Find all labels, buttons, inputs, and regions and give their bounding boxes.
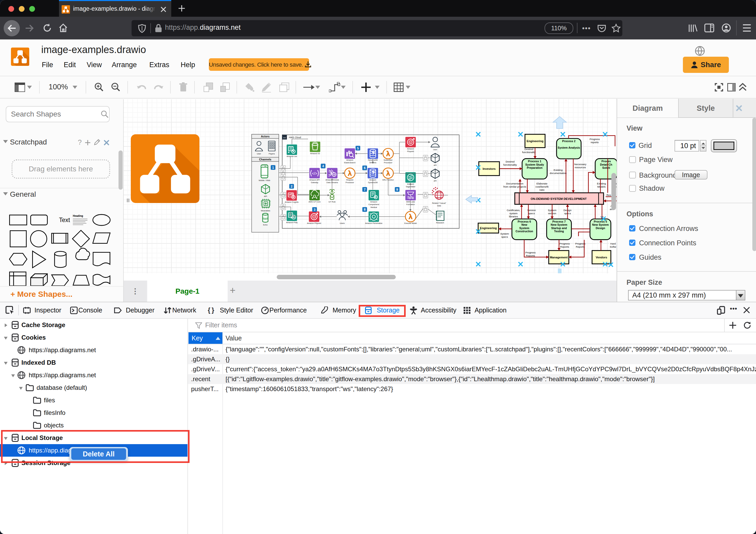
svg-text:Process 7: Process 7 bbox=[553, 220, 566, 223]
svg-text:specs: specs bbox=[501, 236, 508, 238]
svg-text:Medical: Medical bbox=[370, 206, 377, 209]
svg-text:6: 6 bbox=[364, 166, 366, 170]
svg-text:System Study: System Study bbox=[525, 163, 544, 166]
svg-text:Process 6: Process 6 bbox=[518, 220, 531, 223]
svg-text:aws: aws bbox=[283, 137, 286, 138]
svg-text:specs: specs bbox=[528, 212, 535, 215]
svg-text:System Analysis: System Analysis bbox=[557, 146, 580, 149]
svg-text:8: 8 bbox=[364, 208, 366, 211]
svg-text:Soluti: Soluti bbox=[602, 166, 610, 169]
svg-text:AWS Cloud: AWS Cloud bbox=[289, 136, 301, 139]
svg-text:Amazon S3: Amazon S3 bbox=[310, 152, 320, 155]
svg-text:Amazon Cognito: Amazon Cognito bbox=[285, 201, 299, 203]
svg-text:2: 2 bbox=[291, 185, 293, 188]
svg-text:Reports: Reports bbox=[576, 245, 585, 248]
svg-text:Channels: Channels bbox=[259, 158, 272, 161]
svg-text:</>: </> bbox=[312, 171, 317, 176]
svg-text:Desired: Desired bbox=[525, 148, 533, 151]
svg-text:Proces: Proces bbox=[602, 160, 611, 163]
svg-text:from similar projects: from similar projects bbox=[503, 185, 526, 188]
svg-text:Processor: Processor bbox=[346, 181, 354, 184]
svg-text:Existing: Existing bbox=[554, 169, 563, 171]
svg-text:SageMaker: SageMaker bbox=[406, 185, 415, 188]
svg-text:API: API bbox=[434, 164, 437, 166]
svg-text:Payers: Payers bbox=[269, 153, 275, 155]
svg-text:ElasticSearch: ElasticSearch bbox=[344, 161, 356, 164]
svg-text:Related "Casual": Related "Casual" bbox=[432, 202, 446, 204]
svg-text:Data Streams: Data Streams bbox=[327, 181, 338, 184]
svg-text:User: User bbox=[257, 153, 261, 155]
svg-text:1: 1 bbox=[272, 166, 274, 170]
svg-text:Execute Model: Execute Model bbox=[404, 222, 417, 224]
svg-text:Necessary: Necessary bbox=[574, 163, 586, 166]
svg-text:λ: λ bbox=[348, 169, 352, 177]
svg-text:Certificates,: Certificates, bbox=[507, 209, 520, 211]
svg-text:Subscriber: Subscriber bbox=[384, 159, 393, 161]
svg-text:Amazon: Amazon bbox=[407, 148, 414, 150]
svg-text:Research: Research bbox=[436, 222, 444, 224]
svg-text:Process 2: Process 2 bbox=[562, 139, 575, 143]
svg-text:9: 9 bbox=[396, 188, 398, 191]
svg-text:Hard: Hard bbox=[610, 242, 615, 245]
svg-text:API: API bbox=[264, 195, 267, 198]
svg-text:Testing: Testing bbox=[554, 230, 564, 233]
svg-text:System: System bbox=[500, 232, 509, 235]
svg-text:Existing: Existing bbox=[597, 182, 606, 185]
svg-text:Comprehend: Comprehend bbox=[368, 203, 379, 206]
svg-text:Startup and: Startup and bbox=[551, 227, 567, 230]
svg-text:Echo: Echo bbox=[263, 224, 268, 226]
svg-text:AWS Lake: AWS Lake bbox=[406, 201, 415, 203]
svg-text:User: User bbox=[433, 148, 437, 151]
svg-text:4: 4 bbox=[322, 164, 324, 168]
svg-text:Request: Request bbox=[346, 179, 353, 181]
svg-text:System: System bbox=[519, 227, 529, 230]
svg-text:Amazon API: Amazon API bbox=[309, 179, 320, 181]
svg-text:Formation: Formation bbox=[406, 203, 415, 206]
svg-text:ratio: ratio bbox=[539, 188, 545, 191]
svg-text:Mobile / Web: Mobile / Web bbox=[259, 179, 270, 182]
svg-text:libraries: libraries bbox=[509, 215, 518, 218]
svg-text:Models: Models bbox=[597, 185, 606, 188]
svg-text:λ: λ bbox=[409, 213, 412, 220]
svg-text:New: New bbox=[521, 223, 527, 226]
svg-text:New System: New System bbox=[592, 223, 609, 226]
svg-text:New System: New System bbox=[551, 223, 568, 226]
svg-text:3: 3 bbox=[314, 208, 316, 211]
svg-text:Amazon Lex: Amazon Lex bbox=[287, 155, 297, 157]
svg-text:Documentation: Documentation bbox=[506, 182, 524, 185]
svg-text:Amazon Polly: Amazon Polly bbox=[286, 221, 298, 224]
svg-text:Processor: Processor bbox=[384, 161, 392, 164]
svg-text:Desired: Desired bbox=[506, 160, 515, 163]
svg-text:API: API bbox=[434, 180, 437, 182]
svg-text:λ: λ bbox=[386, 169, 390, 177]
svg-text:Amazon: Amazon bbox=[346, 159, 353, 161]
svg-text:Management: Management bbox=[550, 256, 568, 259]
svg-text:Preparation: Preparation bbox=[527, 166, 542, 169]
svg-text:system: system bbox=[509, 212, 517, 215]
svg-text:Softw: Softw bbox=[610, 245, 616, 248]
svg-text:Actors: Actors bbox=[261, 135, 270, 138]
svg-text:Wearables: Wearables bbox=[261, 210, 270, 212]
svg-text:AWS IoT Core: AWS IoT Core bbox=[309, 201, 321, 203]
svg-text:resources: resources bbox=[575, 166, 586, 169]
svg-text:Gateway: Gateway bbox=[311, 181, 318, 184]
svg-text:Heading: Heading bbox=[73, 214, 83, 217]
svg-text:5: 5 bbox=[357, 147, 359, 150]
svg-text:reports: reports bbox=[591, 141, 599, 144]
svg-text:Construction: Construction bbox=[516, 230, 533, 233]
svg-text:Amazon Personalize: Amazon Personalize bbox=[365, 222, 382, 224]
svg-text:Reports: Reports bbox=[560, 245, 569, 248]
svg-text:functionality: functionality bbox=[522, 151, 536, 154]
svg-text:Amazon: Amazon bbox=[370, 201, 377, 203]
svg-text:Progress: Progress bbox=[589, 138, 600, 141]
svg-text:documentation: documentation bbox=[550, 172, 566, 175]
svg-text:Text: Text bbox=[59, 216, 70, 223]
svg-text:Pinpoint: Pinpoint bbox=[407, 150, 414, 153]
svg-text:Amazon Pinpoint: Amazon Pinpoint bbox=[307, 222, 321, 224]
svg-text:Engineering: Engineering bbox=[480, 227, 497, 230]
svg-text:Detail Ch: Detail Ch bbox=[600, 163, 612, 166]
svg-text:cost/benefit: cost/benefit bbox=[535, 185, 549, 188]
svg-text:Progress: Progress bbox=[559, 242, 570, 245]
svg-text:Elaborate: Elaborate bbox=[536, 182, 548, 185]
svg-text:Vendors: Vendors bbox=[596, 256, 607, 259]
